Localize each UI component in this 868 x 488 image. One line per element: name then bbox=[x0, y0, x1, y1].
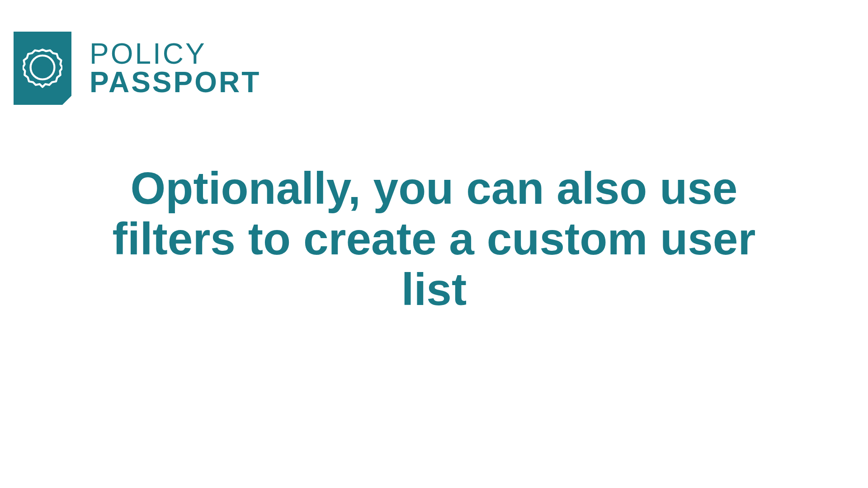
logo-badge-icon: PP bbox=[14, 32, 71, 105]
seal-icon: PP bbox=[23, 48, 62, 88]
logo-wordmark: POLICY PASSPORT bbox=[90, 40, 261, 96]
logo-word-line2: PASSPORT bbox=[90, 69, 261, 96]
slide: PP POLICY PASSPORT Optionally, you can a… bbox=[0, 0, 868, 488]
logo-badge-initials: PP bbox=[35, 62, 49, 74]
brand-logo: PP POLICY PASSPORT bbox=[14, 32, 261, 105]
logo-word-line1: POLICY bbox=[90, 40, 261, 68]
slide-headline: Optionally, you can also use filters to … bbox=[104, 163, 764, 314]
